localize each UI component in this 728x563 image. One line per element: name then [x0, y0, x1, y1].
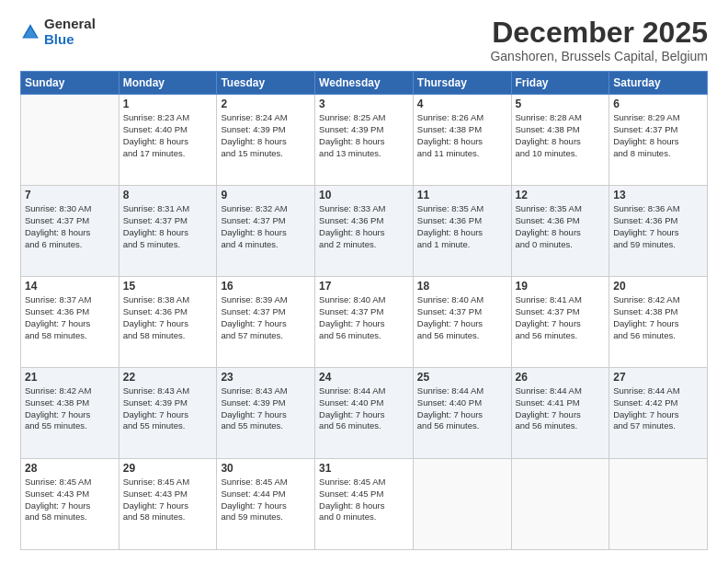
calendar-cell: 22Sunrise: 8:43 AM Sunset: 4:39 PM Dayli… [119, 368, 217, 459]
calendar-cell: 21Sunrise: 8:42 AM Sunset: 4:38 PM Dayli… [21, 368, 119, 459]
calendar-cell: 19Sunrise: 8:41 AM Sunset: 4:37 PM Dayli… [511, 277, 609, 368]
logo-icon [20, 22, 40, 42]
calendar-cell [413, 459, 511, 550]
calendar-week-2: 7Sunrise: 8:30 AM Sunset: 4:37 PM Daylig… [21, 186, 708, 277]
calendar-cell: 14Sunrise: 8:37 AM Sunset: 4:36 PM Dayli… [21, 277, 119, 368]
day-number: 21 [25, 371, 115, 384]
calendar-cell: 6Sunrise: 8:29 AM Sunset: 4:37 PM Daylig… [609, 95, 708, 186]
day-info: Sunrise: 8:44 AM Sunset: 4:41 PM Dayligh… [516, 385, 606, 432]
day-number: 2 [221, 98, 311, 110]
day-info: Sunrise: 8:33 AM Sunset: 4:36 PM Dayligh… [319, 203, 409, 250]
day-info: Sunrise: 8:26 AM Sunset: 4:38 PM Dayligh… [417, 112, 507, 159]
day-info: Sunrise: 8:40 AM Sunset: 4:37 PM Dayligh… [417, 294, 507, 341]
calendar-cell: 2Sunrise: 8:24 AM Sunset: 4:39 PM Daylig… [217, 95, 315, 186]
calendar-cell: 12Sunrise: 8:35 AM Sunset: 4:36 PM Dayli… [511, 186, 609, 277]
day-number: 28 [25, 462, 115, 475]
day-number: 22 [123, 371, 213, 384]
weekday-header-tuesday: Tuesday [217, 72, 315, 95]
day-info: Sunrise: 8:44 AM Sunset: 4:40 PM Dayligh… [417, 385, 507, 432]
day-info: Sunrise: 8:43 AM Sunset: 4:39 PM Dayligh… [123, 385, 213, 432]
day-number: 18 [417, 280, 507, 293]
day-info: Sunrise: 8:44 AM Sunset: 4:42 PM Dayligh… [613, 385, 703, 432]
header: General Blue December 2025 Ganshoren, Br… [20, 17, 708, 63]
day-number: 26 [516, 371, 606, 384]
weekday-header-friday: Friday [511, 72, 609, 95]
calendar-cell: 28Sunrise: 8:45 AM Sunset: 4:43 PM Dayli… [21, 459, 119, 550]
weekday-header-wednesday: Wednesday [315, 72, 414, 95]
day-info: Sunrise: 8:45 AM Sunset: 4:44 PM Dayligh… [221, 477, 311, 523]
day-number: 10 [319, 189, 409, 201]
day-number: 3 [319, 98, 409, 110]
day-info: Sunrise: 8:43 AM Sunset: 4:39 PM Dayligh… [221, 385, 311, 432]
month-title: December 2025 [490, 17, 708, 49]
day-number: 11 [417, 189, 507, 201]
day-info: Sunrise: 8:30 AM Sunset: 4:37 PM Dayligh… [25, 203, 115, 250]
day-number: 4 [417, 98, 507, 110]
weekday-header-row: SundayMondayTuesdayWednesdayThursdayFrid… [21, 72, 708, 95]
day-info: Sunrise: 8:31 AM Sunset: 4:37 PM Dayligh… [123, 203, 213, 250]
day-info: Sunrise: 8:23 AM Sunset: 4:40 PM Dayligh… [123, 112, 213, 159]
weekday-header-monday: Monday [119, 72, 217, 95]
day-number: 14 [25, 280, 115, 293]
day-info: Sunrise: 8:40 AM Sunset: 4:37 PM Dayligh… [319, 294, 409, 341]
day-number: 8 [123, 189, 213, 201]
calendar-cell: 29Sunrise: 8:45 AM Sunset: 4:43 PM Dayli… [119, 459, 217, 550]
calendar-cell: 16Sunrise: 8:39 AM Sunset: 4:37 PM Dayli… [217, 277, 315, 368]
day-number: 9 [221, 189, 311, 201]
calendar-table: SundayMondayTuesdayWednesdayThursdayFrid… [20, 71, 708, 550]
calendar-cell: 3Sunrise: 8:25 AM Sunset: 4:39 PM Daylig… [315, 95, 414, 186]
calendar-week-4: 21Sunrise: 8:42 AM Sunset: 4:38 PM Dayli… [21, 368, 708, 459]
calendar-cell: 18Sunrise: 8:40 AM Sunset: 4:37 PM Dayli… [413, 277, 511, 368]
location: Ganshoren, Brussels Capital, Belgium [490, 49, 708, 63]
calendar-cell: 20Sunrise: 8:42 AM Sunset: 4:38 PM Dayli… [609, 277, 708, 368]
day-number: 29 [123, 462, 213, 475]
calendar-cell: 27Sunrise: 8:44 AM Sunset: 4:42 PM Dayli… [609, 368, 708, 459]
day-info: Sunrise: 8:42 AM Sunset: 4:38 PM Dayligh… [613, 294, 703, 341]
calendar-cell: 24Sunrise: 8:44 AM Sunset: 4:40 PM Dayli… [315, 368, 414, 459]
calendar-cell: 13Sunrise: 8:36 AM Sunset: 4:36 PM Dayli… [609, 186, 708, 277]
title-block: December 2025 Ganshoren, Brussels Capita… [490, 17, 708, 63]
calendar-cell: 5Sunrise: 8:28 AM Sunset: 4:38 PM Daylig… [511, 95, 609, 186]
day-info: Sunrise: 8:35 AM Sunset: 4:36 PM Dayligh… [516, 203, 606, 250]
calendar-cell: 10Sunrise: 8:33 AM Sunset: 4:36 PM Dayli… [315, 186, 414, 277]
calendar-cell: 25Sunrise: 8:44 AM Sunset: 4:40 PM Dayli… [413, 368, 511, 459]
day-number: 30 [221, 462, 311, 475]
calendar-cell: 17Sunrise: 8:40 AM Sunset: 4:37 PM Dayli… [315, 277, 414, 368]
logo-general-text: General [44, 17, 96, 32]
day-number: 5 [516, 98, 606, 110]
calendar-cell: 8Sunrise: 8:31 AM Sunset: 4:37 PM Daylig… [119, 186, 217, 277]
calendar-cell [21, 95, 119, 186]
day-number: 20 [613, 280, 703, 293]
day-number: 23 [221, 371, 311, 384]
day-info: Sunrise: 8:38 AM Sunset: 4:36 PM Dayligh… [123, 294, 213, 341]
weekday-header-saturday: Saturday [609, 72, 708, 95]
day-number: 19 [516, 280, 606, 293]
day-number: 25 [417, 371, 507, 384]
calendar-week-1: 1Sunrise: 8:23 AM Sunset: 4:40 PM Daylig… [21, 95, 708, 186]
calendar-cell: 7Sunrise: 8:30 AM Sunset: 4:37 PM Daylig… [21, 186, 119, 277]
day-info: Sunrise: 8:39 AM Sunset: 4:37 PM Dayligh… [221, 294, 311, 341]
weekday-header-thursday: Thursday [413, 72, 511, 95]
calendar-week-3: 14Sunrise: 8:37 AM Sunset: 4:36 PM Dayli… [21, 277, 708, 368]
day-number: 27 [613, 371, 703, 384]
day-info: Sunrise: 8:29 AM Sunset: 4:37 PM Dayligh… [613, 112, 703, 159]
logo-blue-text: Blue [44, 32, 96, 48]
logo-text: General Blue [44, 17, 96, 47]
calendar-week-5: 28Sunrise: 8:45 AM Sunset: 4:43 PM Dayli… [21, 459, 708, 550]
calendar-cell: 4Sunrise: 8:26 AM Sunset: 4:38 PM Daylig… [413, 95, 511, 186]
calendar-cell: 9Sunrise: 8:32 AM Sunset: 4:37 PM Daylig… [217, 186, 315, 277]
day-info: Sunrise: 8:25 AM Sunset: 4:39 PM Dayligh… [319, 112, 409, 159]
day-number: 12 [516, 189, 606, 201]
day-info: Sunrise: 8:32 AM Sunset: 4:37 PM Dayligh… [221, 203, 311, 250]
day-number: 6 [613, 98, 703, 110]
calendar-cell: 11Sunrise: 8:35 AM Sunset: 4:36 PM Dayli… [413, 186, 511, 277]
day-number: 1 [123, 98, 213, 110]
calendar-cell: 30Sunrise: 8:45 AM Sunset: 4:44 PM Dayli… [217, 459, 315, 550]
day-info: Sunrise: 8:24 AM Sunset: 4:39 PM Dayligh… [221, 112, 311, 159]
day-number: 24 [319, 371, 409, 384]
calendar-cell: 31Sunrise: 8:45 AM Sunset: 4:45 PM Dayli… [315, 459, 414, 550]
day-info: Sunrise: 8:36 AM Sunset: 4:36 PM Dayligh… [613, 203, 703, 250]
day-info: Sunrise: 8:45 AM Sunset: 4:43 PM Dayligh… [123, 477, 213, 523]
day-info: Sunrise: 8:42 AM Sunset: 4:38 PM Dayligh… [25, 385, 115, 432]
day-info: Sunrise: 8:45 AM Sunset: 4:45 PM Dayligh… [319, 477, 409, 523]
